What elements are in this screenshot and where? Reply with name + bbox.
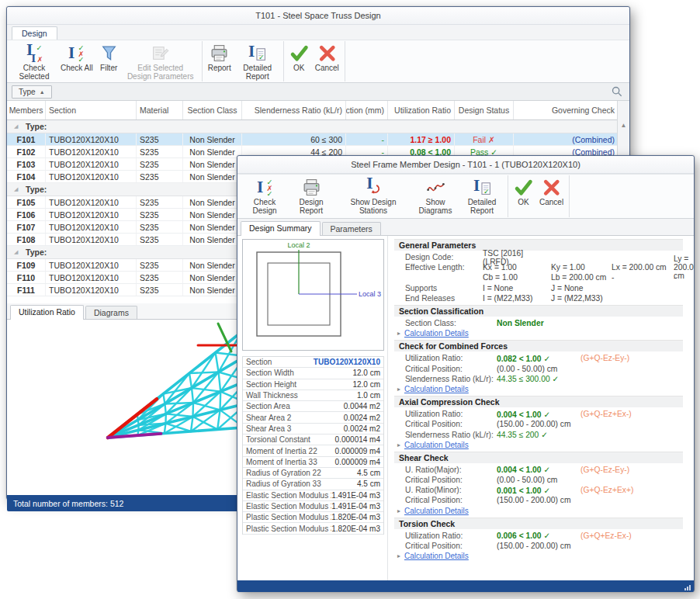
param-label: Supports: [405, 284, 483, 293]
property-label: Moment of Inertia 33: [243, 458, 335, 466]
cell: F110: [7, 272, 46, 283]
design-report-button[interactable]: Design Report: [288, 176, 334, 216]
column-header-members[interactable]: Members: [7, 101, 46, 119]
calculation-details-link[interactable]: Calculation Details: [404, 552, 469, 560]
property-label: Section Height: [243, 380, 352, 389]
filter-button[interactable]: Filter: [96, 42, 122, 74]
ok-button[interactable]: OK: [286, 42, 312, 74]
property-row: Moment of Inertia 330.000009 m4: [243, 457, 383, 468]
check-row: Section Class:Non Slender: [394, 318, 683, 328]
detailed-report-button[interactable]: I✓Detailed Report: [459, 176, 505, 216]
ok-button[interactable]: OK: [511, 176, 536, 208]
calculation-details-link[interactable]: Calculation Details: [404, 441, 469, 449]
calculation-details-link[interactable]: Calculation Details: [404, 329, 469, 338]
property-label: Section: [243, 358, 314, 366]
edit-params-icon: [151, 43, 170, 63]
check-label: Utilization Ratio:: [405, 410, 497, 418]
expand-triangle-icon: ◢: [14, 249, 22, 255]
truss-member: [192, 388, 193, 403]
report-button[interactable]: Report: [205, 42, 234, 74]
check-value: 44.35 ≤ 300.00 ✓: [497, 374, 577, 383]
property-row: Section Height12.0 cm: [243, 379, 383, 390]
column-header-slenderness[interactable]: Slenderness Ratio (kL/r): [242, 101, 346, 119]
table-group-row[interactable]: ◢Type:: [7, 120, 619, 133]
calculation-details: ▸Calculation Details: [394, 384, 683, 394]
dialog-titlebar[interactable]: Steel Frame Member Design - T101 - 1 (TU…: [237, 156, 694, 174]
scroll-up-icon[interactable]: ▲: [618, 122, 629, 129]
toolbar-button-label: Report: [208, 64, 231, 72]
property-value: 12.0 cm: [352, 369, 383, 377]
local3-axis-label: Local 3: [359, 290, 381, 298]
column-header-governing-check[interactable]: Governing Check: [514, 101, 619, 119]
calculation-details-link[interactable]: Calculation Details: [404, 385, 469, 393]
check-row: Slenderness Ratio (kL/r):44.35 ≤ 300.00 …: [394, 374, 683, 384]
cell: TUBO120X120X10: [46, 221, 137, 233]
filter-icon: [99, 43, 119, 63]
ok-icon: [514, 178, 533, 197]
param-row: End ReleasesI = (M22,M33)J = (M22,M33): [394, 293, 683, 303]
tab-utilization-ratio[interactable]: Utilization Ratio: [10, 305, 84, 320]
param-value: Lx = 200.00 cm: [612, 263, 674, 272]
ribbon-tab-strip: Design: [7, 25, 629, 40]
search-icon[interactable]: [611, 85, 623, 98]
show-stations-icon: I: [364, 178, 383, 197]
check-row: Critical Position:(150.00 - 200.00) cm: [394, 495, 683, 505]
check-design-button[interactable]: I✓✗✓Check Design: [241, 176, 288, 216]
column-header-material[interactable]: Material: [137, 101, 183, 119]
check-label: Utilization Ratio:: [405, 531, 497, 540]
tab-design-summary[interactable]: Design Summary: [241, 221, 321, 236]
property-value: 0.0024 m2: [344, 414, 383, 422]
truss-member: [216, 352, 219, 372]
param-value: J = None: [551, 284, 612, 293]
section-header: Section Classification: [394, 305, 683, 317]
check-all-button[interactable]: I✓✗✓Check All: [57, 42, 96, 74]
tab-diagrams[interactable]: Diagrams: [85, 306, 137, 319]
property-row: Section Area0.0044 m2: [243, 401, 383, 412]
check-all-icon: I✓✗✓: [67, 43, 86, 63]
group-by-bar: Type ▲: [7, 83, 629, 101]
column-header-design-status[interactable]: Design Status: [455, 101, 514, 119]
column-header-utilization[interactable]: Utilization Ratio: [388, 101, 455, 119]
svg-text:I: I: [366, 178, 373, 192]
main-window-title: T101 - Steel Space Truss Design: [255, 11, 380, 20]
member-design-dialog: Steel Frame Member Design - T101 - 1 (TU…: [237, 155, 695, 592]
calculation-details-link[interactable]: Calculation Details: [404, 507, 469, 515]
property-row: Section Width12.0 cm: [243, 368, 383, 379]
property-value: TUBO120X120X10: [314, 358, 383, 366]
tab-parameters[interactable]: Parameters: [322, 222, 381, 235]
check-selected-button[interactable]: I✓I✗Check Selected: [11, 42, 57, 82]
cell: Non Slender: [183, 272, 242, 283]
property-label: Elastic Section Modulus 33: [243, 502, 331, 511]
truss-member: [193, 403, 194, 417]
resize-grip[interactable]: [684, 585, 691, 590]
check-label: Slenderness Ratio (kL/r):: [405, 431, 497, 439]
show-diagrams-button[interactable]: Show Diagrams: [412, 176, 459, 216]
cell: Fail ✗: [455, 133, 514, 145]
param-row: Design Code:TSC [2016] (LRFD): [394, 252, 683, 262]
check-section-torsion-check: Torsion CheckUtilization Ratio:0.006 < 1…: [394, 518, 683, 562]
detailed-report-button[interactable]: I✓Detailed Report: [234, 42, 281, 82]
group-by-type-chip[interactable]: Type ▲: [12, 85, 52, 99]
cell: Non Slender: [183, 171, 242, 182]
check-value: (0.00 - 50.00) cm: [497, 476, 577, 484]
cancel-button[interactable]: Cancel: [312, 42, 342, 74]
cancel-button[interactable]: Cancel: [536, 176, 567, 208]
property-row: Plastic Section Modulus 221.820E-04 m3: [243, 512, 383, 523]
tab-design[interactable]: Design: [12, 26, 57, 40]
column-header-deflection[interactable]: Deflection (mm): [346, 101, 388, 119]
column-header-section[interactable]: Section: [46, 101, 137, 119]
edit-selected-design-parameters-button: Edit Selected Design Parameters: [122, 42, 199, 82]
check-label: Utilization Ratio:: [405, 354, 497, 362]
main-window-titlebar[interactable]: T101 - Steel Space Truss Design: [7, 7, 629, 25]
cell: Non Slender: [183, 158, 242, 170]
cell: 60 ≤ 300: [242, 133, 346, 145]
sort-ascending-icon: ▲: [40, 89, 45, 95]
table-row-f101[interactable]: F101TUBO120X120X10S235Non Slender60 ≤ 30…: [7, 133, 619, 146]
param-label: Design Code:: [405, 253, 483, 261]
column-header-section-class[interactable]: Section Class: [183, 101, 242, 119]
truss-member: [219, 372, 221, 392]
report-icon: [210, 43, 229, 63]
load-combination: (G+Q+Ez-Ex-): [580, 531, 632, 540]
cell: S235: [137, 234, 183, 245]
show-design-stations-button[interactable]: IShow Design Stations: [334, 176, 412, 216]
